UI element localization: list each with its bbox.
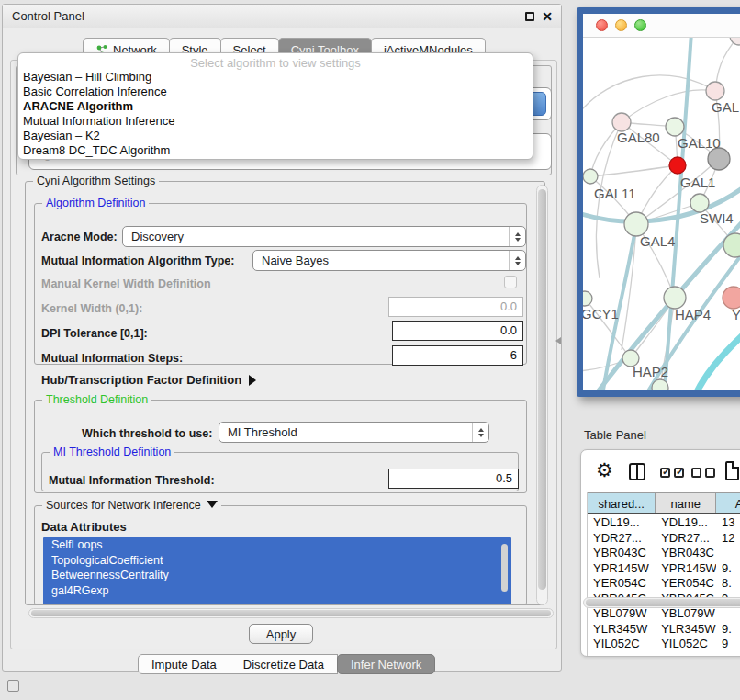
node-red-selected[interactable] <box>669 157 686 174</box>
settings-horizontal-scrollbar[interactable] <box>28 608 554 618</box>
column-header-a[interactable]: A <box>716 493 740 513</box>
sources-group-title[interactable]: Sources for Network Inference <box>42 499 221 512</box>
node-hap4[interactable] <box>664 287 686 309</box>
node-gal80[interactable] <box>612 113 631 131</box>
list-scrollbar[interactable] <box>501 544 508 592</box>
float-icon[interactable] <box>525 12 534 21</box>
mi-type-combo[interactable]: Naive Bayes <box>252 250 526 271</box>
algorithm-popup-placeholder: Select algorithm to view settings <box>18 53 533 70</box>
algorithm-option[interactable]: ARACNE Algorithm <box>18 99 533 114</box>
checked-checkbox-icon[interactable] <box>674 468 684 478</box>
network-edge <box>622 90 715 122</box>
node-table: shared...nameA YDL19...YDL19...13YDR27..… <box>587 492 740 656</box>
table-panel-title: Table Panel <box>584 428 646 442</box>
table-horizontal-scrollbar[interactable] <box>583 597 740 608</box>
document-icon[interactable] <box>725 461 739 480</box>
aracne-mode-label: Aracne Mode: <box>41 231 118 243</box>
control-panel-window: Control Panel ✕ NetworkStyleSelectCyni T… <box>2 4 562 672</box>
table-cell: 8. <box>716 575 740 591</box>
table-row[interactable]: YBR043CYBR043C <box>588 545 740 560</box>
algorithm-definition-title: Algorithm Definition <box>42 197 149 209</box>
aracne-mode-value: Discovery <box>131 230 184 243</box>
table-cell <box>716 545 740 560</box>
node-gcy1[interactable] <box>583 291 592 306</box>
table-cell: YPR145W <box>588 560 656 576</box>
tab-impute-data[interactable]: Impute Data <box>138 654 230 674</box>
data-attributes-list[interactable]: SelfLoopsTopologicalCoefficientBetweenne… <box>43 537 511 604</box>
dpi-tolerance-label: DPI Tolerance [0,1]: <box>41 327 148 340</box>
table-row[interactable]: YLR345WYLR345W9. <box>588 621 740 637</box>
algorithm-option[interactable]: Dream8 DC_TDC Algorithm <box>18 143 533 158</box>
network-canvas[interactable]: GALGAL80GAL10GAL1GAL11SWI4GAL4GCY1HAP4YH… <box>583 38 740 390</box>
algorithm-option[interactable]: Basic Correlation Inference <box>18 85 533 99</box>
zoom-traffic-light-icon[interactable] <box>634 19 646 31</box>
manual-kernel-label: Manual Kernel Width Definition <box>41 277 211 290</box>
table-row[interactable]: YDL19...YDL19...13 <box>588 514 740 530</box>
node-label-y: Y <box>732 307 740 322</box>
node-gal1[interactable] <box>690 194 709 212</box>
table-row[interactable]: YDR27...YDR27...12 <box>588 530 740 546</box>
node-gal10[interactable] <box>666 118 684 136</box>
table-toolbar: ⚙ <box>581 450 740 492</box>
table-row[interactable]: YER054CYER054C8. <box>588 575 740 591</box>
gear-icon[interactable]: ⚙ <box>596 459 613 481</box>
network-window-titlebar <box>583 14 740 38</box>
node-gal-pink[interactable] <box>706 82 724 100</box>
node-bottom-partial[interactable] <box>652 379 668 390</box>
table-row[interactable]: YPR145WYPR145W9. <box>588 560 740 576</box>
tab-infer-network[interactable]: Infer Network <box>337 654 435 674</box>
network-edge <box>583 75 715 115</box>
table-cell: YBR043C <box>656 545 716 560</box>
node-unlabeled-top[interactable] <box>730 38 740 45</box>
table-row[interactable]: YIL052CYIL052C9 <box>588 636 740 651</box>
data-attribute-item-selected[interactable]: TopologicalCoefficient <box>43 553 511 569</box>
algorithm-option[interactable]: Bayesian – Hill Climbing <box>18 70 533 85</box>
close-traffic-light-icon[interactable] <box>596 19 608 31</box>
mi-steps-label: Mutual Information Steps: <box>41 352 183 365</box>
bottom-tabbar: Impute DataDiscretize DataInfer Network <box>139 654 435 674</box>
table-cell: YER054C <box>588 575 656 591</box>
control-panel-titlebar: Control Panel ✕ <box>3 5 561 28</box>
hub-definition-expander[interactable]: Hub/Transcription Factor Definition <box>41 373 256 387</box>
dpi-tolerance-field[interactable]: 0.0 <box>392 321 523 341</box>
mi-threshold-label: Mutual Information Threshold: <box>49 474 215 487</box>
which-threshold-combo[interactable]: MI Threshold <box>219 422 489 443</box>
apply-button[interactable]: Apply <box>249 624 313 644</box>
table-cell: 9. <box>716 560 740 576</box>
network-edge <box>691 330 740 390</box>
combo-stepper-icon[interactable] <box>472 423 488 442</box>
mi-threshold-field[interactable]: 0.5 <box>388 469 519 489</box>
node-gal11[interactable] <box>583 169 598 184</box>
kernel-width-label: Kernel Width (0,1): <box>41 302 142 315</box>
tab-discretize-data[interactable]: Discretize Data <box>230 654 338 674</box>
unchecked-checkbox-icon[interactable] <box>691 468 701 478</box>
aracne-mode-combo[interactable]: Discovery <box>122 226 526 247</box>
column-header-shared[interactable]: shared... <box>588 493 656 513</box>
algorithm-option[interactable]: Bayesian – K2 <box>18 129 533 143</box>
checked-checkbox-icon[interactable] <box>660 468 670 478</box>
panel-grip-icon[interactable] <box>7 680 19 692</box>
node-gray[interactable] <box>708 148 730 170</box>
column-header-name[interactable]: name <box>656 493 716 513</box>
mi-steps-field[interactable]: 6 <box>392 345 523 366</box>
network-edge <box>590 165 678 176</box>
close-icon[interactable]: ✕ <box>542 8 553 25</box>
combo-stepper-icon[interactable] <box>509 251 525 270</box>
unchecked-checkbox-icon[interactable] <box>705 468 715 478</box>
data-attribute-item-selected[interactable]: SelfLoops <box>43 537 511 553</box>
minimize-traffic-light-icon[interactable] <box>615 19 627 31</box>
combo-stepper-icon[interactable] <box>509 227 525 246</box>
node-salmon[interactable] <box>723 287 740 309</box>
table-cell: YDL19... <box>588 514 656 530</box>
which-threshold-label: Which threshold to use: <box>82 427 212 440</box>
settings-vertical-scrollbar[interactable] <box>536 185 548 605</box>
algorithm-option[interactable]: Mutual Information Inference <box>18 114 533 129</box>
data-attribute-item-selected[interactable]: gal4RGexp <box>43 583 511 599</box>
manual-kernel-checkbox <box>504 276 517 288</box>
columns-icon[interactable] <box>629 463 645 480</box>
data-attributes-label: Data Attributes <box>41 520 127 534</box>
data-attribute-item-selected[interactable]: BetweennessCentrality <box>43 568 511 583</box>
split-pane-handle[interactable] <box>555 337 561 344</box>
mi-type-label: Mutual Information Algorithm Type: <box>41 254 234 267</box>
table-cell: YER054C <box>656 575 716 591</box>
